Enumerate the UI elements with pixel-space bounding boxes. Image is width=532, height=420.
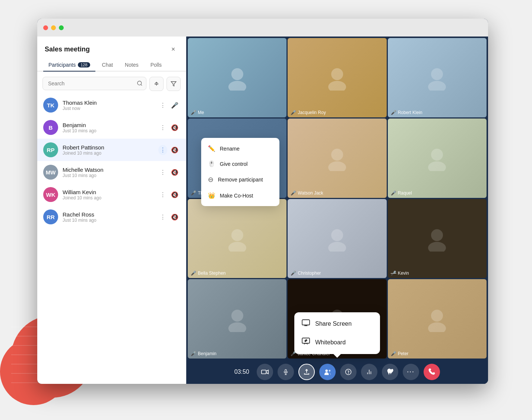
video-cell[interactable]: 🎤 Benjamin	[188, 279, 286, 359]
search-button[interactable]	[137, 80, 143, 88]
end-call-button[interactable]	[424, 364, 440, 380]
participant-name: Robert Pattinson	[63, 144, 154, 151]
tab-polls[interactable]: Polls	[145, 59, 167, 72]
participant-item[interactable]: RP Robert Pattinson Joined 10 mins ago ⋮…	[37, 139, 186, 161]
give-control-menu-item[interactable]: 🖱️ Give control	[201, 156, 279, 171]
help-button[interactable]	[340, 364, 357, 380]
make-cohost-menu-item[interactable]: 👑 Make Co-Host	[201, 188, 279, 203]
mic-icon: 🎤	[191, 271, 196, 276]
app-window: Sales meeting × Participants 128 Chat No…	[37, 19, 488, 384]
control-bar: 03:50	[186, 360, 488, 384]
tab-participants[interactable]: Participants 128	[43, 59, 95, 72]
svg-point-28	[431, 229, 443, 241]
share-button[interactable]	[298, 364, 315, 380]
tabs-bar: Participants 128 Chat Notes Polls	[37, 54, 186, 72]
video-cell[interactable]: 🎤 Robert Klein	[388, 38, 487, 117]
svg-point-7	[137, 81, 142, 85]
sort-button[interactable]	[149, 77, 164, 91]
svg-point-46	[329, 370, 330, 372]
mic-button[interactable]	[278, 364, 294, 380]
video-area: 🎤 Me 🎤 Jacquelin Roy	[186, 37, 488, 384]
mic-icon: 🎤	[391, 110, 396, 115]
svg-line-8	[141, 85, 142, 86]
svg-point-16	[431, 68, 443, 80]
participant-item[interactable]: B Benjamin Just 10 mins ago ⋮ 🔇	[37, 116, 186, 139]
maximize-window-button[interactable]	[59, 25, 64, 30]
mic-icon: 🎤	[291, 110, 296, 115]
people-button[interactable]	[319, 364, 336, 380]
svg-point-25	[228, 242, 246, 252]
cohost-icon: 👑	[208, 192, 215, 199]
video-cell[interactable]: 🎤 Bella Stephen	[188, 199, 286, 278]
svg-point-15	[328, 81, 346, 91]
video-cell[interactable]: 🎤 Raquel	[388, 119, 487, 198]
search-input[interactable]	[42, 77, 146, 90]
svg-point-48	[348, 373, 349, 373]
video-cell[interactable]: 🎤 Me	[188, 38, 286, 117]
more-button[interactable]: ···	[403, 364, 419, 380]
svg-point-13	[228, 81, 246, 91]
title-bar	[37, 19, 488, 37]
search-area	[37, 72, 186, 94]
minimize-window-button[interactable]	[51, 25, 56, 30]
whiteboard-option[interactable]: Whiteboard	[294, 333, 380, 352]
more-options-button[interactable]: ⋮	[158, 100, 167, 110]
avatar: RR	[43, 209, 58, 224]
participant-status: Just now	[63, 106, 154, 111]
close-sidebar-button[interactable]: ×	[168, 44, 178, 54]
svg-point-45	[325, 369, 328, 372]
participant-status: Joined 10 mins ago	[63, 151, 154, 156]
video-cell[interactable]: 🎤 Watson Jack	[288, 119, 386, 198]
mute-button[interactable]: 🔇	[170, 167, 180, 177]
svg-rect-36	[302, 320, 310, 325]
filter-button[interactable]	[167, 77, 181, 91]
tab-chat[interactable]: Chat	[97, 59, 118, 72]
mute-button[interactable]: 🔇	[170, 145, 180, 155]
avatar: B	[43, 120, 58, 135]
video-label: 🎤 Bella Stephen	[191, 271, 226, 276]
share-screen-option[interactable]: Share Screen	[294, 315, 380, 333]
more-options-button[interactable]: ⋮	[158, 167, 167, 177]
video-label: 🎤 Watson Jack	[291, 190, 323, 196]
more-options-button[interactable]: ⋮	[158, 212, 167, 222]
more-options-button[interactable]: ⋮	[158, 190, 167, 200]
more-options-button[interactable]: ⋮	[158, 123, 167, 133]
more-options-button[interactable]: ⋮	[158, 145, 167, 155]
svg-marker-11	[171, 82, 176, 86]
camera-button[interactable]	[257, 364, 273, 380]
whiteboard-icon	[302, 338, 310, 347]
participant-item[interactable]: TK Thomas Klein Just now ⋮ 🎤	[37, 94, 186, 116]
analytics-button[interactable]	[361, 364, 377, 380]
mic-icon: 🎤	[191, 351, 196, 356]
svg-point-21	[328, 161, 346, 171]
remove-participant-menu-item[interactable]: ⊖ Remove participant	[201, 171, 279, 188]
rename-menu-item[interactable]: ✏️ Rename	[201, 141, 279, 156]
participant-status: Just 10 mins ago	[63, 128, 154, 133]
sidebar-title: Sales meeting	[45, 45, 90, 53]
video-cell[interactable]: 🎤 Peter	[388, 279, 487, 359]
participant-item[interactable]: WK William Kevin Joined 10 mins ago ⋮ 🔇	[37, 183, 186, 206]
video-cell[interactable]: 🎤 Jacquelin Roy	[288, 38, 386, 117]
mic-icon: 🎤	[391, 190, 396, 196]
close-window-button[interactable]	[43, 25, 48, 30]
tab-notes[interactable]: Notes	[120, 59, 144, 72]
video-cell[interactable]: 🎤 Christopher	[288, 199, 386, 278]
mute-button[interactable]: 🔇	[170, 190, 180, 200]
sidebar-panel: Sales meeting × Participants 128 Chat No…	[37, 37, 186, 384]
mute-button[interactable]: 🔇	[170, 123, 180, 133]
search-input-wrap	[42, 77, 146, 91]
video-cell[interactable]: 🎤 Kevin	[388, 199, 487, 278]
participant-list: TK Thomas Klein Just now ⋮ 🎤 B Benjamin	[37, 94, 186, 228]
call-timer: 03:50	[234, 369, 249, 375]
mute-button[interactable]: 🎤	[170, 100, 180, 110]
mute-button[interactable]: 🔇	[170, 212, 180, 222]
svg-point-14	[331, 68, 343, 80]
participant-status: Joined 10 mins ago	[63, 195, 154, 200]
svg-rect-41	[285, 369, 286, 372]
participant-item[interactable]: RR Rachel Ross Just 10 mins ago ⋮ 🔇	[37, 206, 186, 228]
svg-point-34	[431, 310, 443, 322]
reactions-button[interactable]	[382, 364, 398, 380]
avatar: RP	[43, 142, 58, 157]
participant-item[interactable]: MW Michelle Watson Just 10 mins ago ⋮ 🔇	[37, 161, 186, 183]
share-screen-popup: Share Screen Whiteboard	[294, 312, 380, 354]
